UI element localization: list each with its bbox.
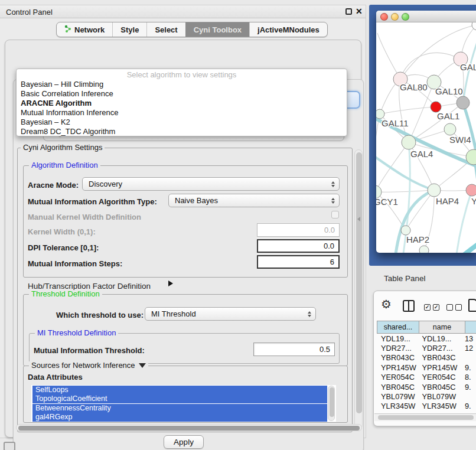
network-node-gal1[interactable] (444, 123, 456, 135)
mi-type-label: Mutual Information Algorithm Type: (28, 198, 157, 206)
minimized-panel-icon[interactable] (4, 442, 15, 450)
table-cell: YBL079W (418, 392, 462, 401)
chevron-down-icon[interactable] (139, 363, 146, 368)
algorithm-option-mutual-information-inference[interactable]: Mutual Information Inference (17, 108, 347, 118)
table-cell: YER054C (377, 373, 418, 381)
mi-threshold-field[interactable]: 0.5 (253, 343, 335, 356)
column-header[interactable]: name (419, 321, 465, 334)
table-cell: YBR043C (418, 353, 462, 362)
node-label: GAL80 (400, 82, 428, 92)
algorithm-popup-prompt: Select algorithm to view settings (17, 70, 347, 80)
node-label: GCY1 (376, 197, 398, 207)
table-row[interactable]: YDR27...YDR27...12 (377, 343, 476, 353)
settings-horizontal-scrollbar[interactable] (16, 424, 362, 431)
algorithm-popup: Select algorithm to view settings Bayesi… (16, 69, 347, 136)
which-threshold-combo[interactable]: MI Threshold (145, 307, 316, 321)
aracne-mode-label: Aracne Mode: (28, 181, 79, 190)
tab-cyni-toolbox[interactable]: Cyni Toolbox (185, 22, 249, 37)
data-attributes-list[interactable]: SelfLoopsTopologicalCoefficientBetweenne… (31, 385, 336, 422)
table-cell: YDL19... (377, 334, 418, 343)
apply-button[interactable]: Apply (164, 435, 204, 449)
tab-label: Network (74, 25, 105, 34)
column-header[interactable] (465, 321, 476, 334)
algorithm-option-dream8-dc-tdc-algorithm[interactable]: Dream8 DC_TDC Algorithm (17, 127, 347, 136)
table-row[interactable]: YBR045CYBR045C9. (377, 382, 476, 392)
mi-steps-label: Mutual Information Steps: (28, 260, 122, 268)
columns-icon[interactable] (403, 300, 415, 312)
mi-steps-field[interactable]: 6 (257, 255, 340, 269)
algorithm-option-bayesian-k2[interactable]: Bayesian – K2 (17, 118, 347, 127)
node-label: SWI4 (449, 135, 471, 145)
select-all-checkboxes-icon[interactable]: ✓✓ (424, 304, 439, 311)
network-node-y[interactable] (466, 184, 476, 196)
sources-legend: Sources for Network Inference (29, 361, 148, 370)
table-row[interactable]: YLR345WYLR345W9. (377, 402, 476, 411)
table-row[interactable]: YBL079WYBL079W (377, 392, 476, 401)
threshold-definition-legend: Threshold Definition (29, 290, 102, 298)
settings-vertical-scrollbar[interactable] (354, 149, 363, 429)
data-attributes-label: Data Attributes (28, 373, 83, 381)
table-cell: YPR145W (418, 363, 462, 372)
network-window: GALGAL80GAL10GAL1GAL11GAL4SWI4GCY1HAP4YH… (376, 11, 476, 253)
attribute-item-topologicalcoefficient[interactable]: TopologicalCoefficient (32, 394, 327, 403)
table-body[interactable]: YDL19...YDL19...13YDR27...YDR27...12YBR0… (377, 334, 476, 422)
network-node-gal4[interactable] (402, 135, 416, 149)
node-label: GAL (460, 62, 476, 72)
gear-icon[interactable]: ⚙ (381, 298, 392, 310)
attribute-item-gal4rgexp[interactable]: gal4RGexp (32, 413, 327, 422)
kernel-width-label: Kernel Width (0,1): (28, 228, 96, 236)
control-panel-title: Control Panel (6, 8, 53, 17)
minimize-button[interactable] (391, 13, 399, 21)
network-node-hap2[interactable] (401, 226, 410, 235)
aracne-mode-combo[interactable]: Discovery (82, 177, 340, 191)
panel-collapse-handle[interactable] (357, 217, 360, 221)
dpi-tolerance-field[interactable]: 0.0 (257, 239, 340, 253)
network-node[interactable] (419, 246, 429, 253)
network-node-hap4[interactable] (428, 184, 441, 197)
chevron-right-icon[interactable] (168, 281, 173, 286)
float-icon[interactable] (345, 8, 352, 15)
tab-label: jActiveMNodules (257, 25, 319, 34)
deselect-all-checkboxes-icon[interactable] (446, 304, 462, 311)
network-node[interactable] (472, 22, 476, 30)
tab-network[interactable]: Network (57, 22, 112, 37)
tab-select[interactable]: Select (146, 22, 185, 37)
network-node[interactable] (457, 96, 470, 109)
attribute-item-betweennesscentrality[interactable]: BetweennessCentrality (32, 404, 327, 413)
table-horizontal-scrollbar[interactable] (374, 413, 476, 421)
node-label: GAL11 (382, 118, 409, 128)
node-label: Y (471, 196, 476, 206)
algorithm-popup-items: Bayesian – Hill ClimbingBasic Correlatio… (17, 80, 347, 136)
tab-jactivemnodules[interactable]: jActiveMNodules (249, 22, 327, 37)
table-cell: YDL19... (418, 334, 462, 343)
kernel-width-field[interactable]: 0.0 (257, 223, 340, 237)
cyni-settings-legend: Cyni Algorithm Settings (21, 144, 105, 152)
node-label: GAL10 (435, 86, 463, 96)
algorithm-option-aracne-algorithm[interactable]: ARACNE Algorithm (17, 99, 347, 108)
network-node-gal11[interactable] (376, 109, 384, 119)
attributes-scrollbar[interactable] (328, 386, 335, 421)
table-row[interactable]: YDL19...YDL19...13 (377, 334, 476, 343)
zoom-button[interactable] (402, 13, 409, 21)
table-row[interactable]: YER054CYER054C8. (377, 373, 476, 382)
table-cell: YBL079W (377, 392, 418, 401)
close-button[interactable] (380, 13, 388, 21)
table-row[interactable]: YPR145WYPR145W9. (377, 363, 476, 372)
table-row[interactable]: YBR043CYBR043C (377, 353, 476, 363)
column-header[interactable]: shared... (377, 321, 419, 334)
table-cell: 9. (462, 402, 476, 410)
network-canvas[interactable]: GALGAL80GAL10GAL1GAL11GAL4SWI4GCY1HAP4YH… (376, 22, 476, 253)
manual-kernel-checkbox[interactable] (331, 211, 339, 219)
table-cell: YDR27... (377, 344, 418, 353)
tab-style[interactable]: Style (112, 22, 146, 37)
attribute-item-selfloops[interactable]: SelfLoops (32, 386, 327, 394)
algorithm-option-basic-correlation-inference[interactable]: Basic Correlation Inference (17, 89, 347, 99)
node-label: HAP2 (406, 234, 429, 244)
close-icon[interactable]: ✕ (356, 6, 363, 16)
table-cell: YLR345W (377, 402, 418, 410)
document-icon[interactable] (468, 299, 476, 312)
algorithm-option-bayesian-hill-climbing[interactable]: Bayesian – Hill Climbing (17, 80, 347, 89)
network-window-titlebar[interactable] (376, 11, 476, 22)
control-panel-tabs: NetworkStyleSelectCyni ToolboxjActiveMNo… (56, 22, 328, 37)
mi-type-combo[interactable]: Naive Bayes (168, 194, 340, 207)
